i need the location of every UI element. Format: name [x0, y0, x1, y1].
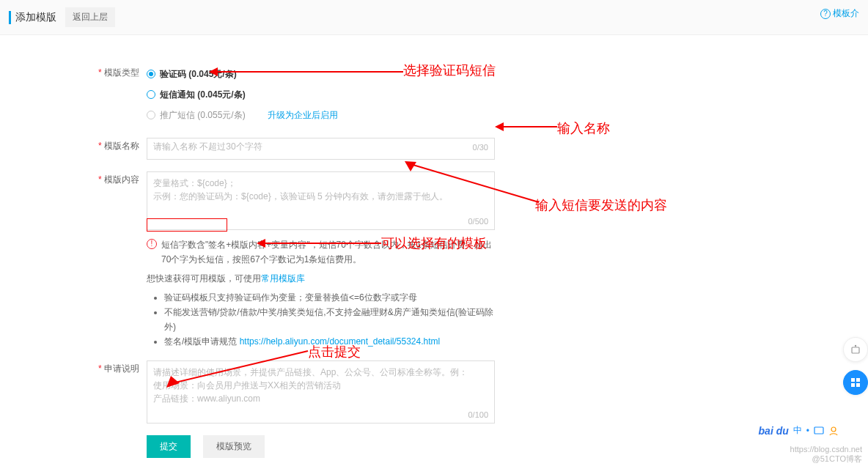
anno-select-verify: 选择验证码短信	[403, 62, 496, 79]
radio-option-notify[interactable]: 短信通知 (0.045元/条)	[147, 85, 674, 104]
float-btn-2[interactable]	[843, 370, 868, 395]
svg-rect-10	[852, 347, 859, 353]
anno-input-content: 输入短信要发送的内容	[535, 196, 667, 214]
anno-input-name: 输入名称	[557, 119, 610, 137]
back-button[interactable]: 返回上层	[65, 7, 115, 27]
page-header: 添加模版 返回上层 ?模板介	[0, 0, 868, 35]
desc-textarea[interactable]: 请描述详细的使用场景，并提供产品链接、App、公众号、公司标准全称等。例： 使用…	[147, 360, 495, 424]
name-input[interactable]	[153, 141, 422, 152]
content-label: 模版内容	[88, 171, 139, 188]
name-input-wrap: 0/30	[147, 138, 495, 160]
anno-submit: 点击提交	[308, 343, 361, 360]
help-link[interactable]: ?模板介	[820, 7, 859, 20]
quick-template-row: 想快速获得可用模版，可使用常用模版库	[147, 271, 495, 286]
content-counter: 0/500	[468, 217, 488, 226]
upgrade-link[interactable]: 升级为企业后启用	[268, 106, 338, 125]
float-btn-1[interactable]	[843, 337, 868, 362]
content-rules: 验证码模板只支持验证码作为变量；变量替换值<=6位数字或字母 不能发送营销/贷款…	[147, 290, 495, 349]
svg-rect-16	[814, 427, 823, 434]
help-icon: ?	[820, 9, 831, 19]
template-lib-link[interactable]: 常用模版库	[261, 273, 305, 284]
name-label: 模版名称	[88, 138, 139, 154]
type-label: 模版类型	[88, 64, 139, 81]
desc-label: 申请说明	[88, 360, 139, 377]
svg-point-11	[855, 345, 856, 347]
radio-icon	[147, 90, 155, 99]
preview-button[interactable]: 模版预览	[203, 435, 265, 458]
radio-icon	[147, 111, 155, 119]
svg-rect-12	[851, 378, 855, 382]
page-title: 添加模版	[9, 11, 56, 24]
anno-template-lib: 可以选择有的模板	[381, 234, 487, 252]
warn-icon: !	[147, 239, 157, 249]
svg-rect-15	[856, 383, 860, 387]
submit-button[interactable]: 提交	[147, 435, 191, 458]
form: 模版类型 验证码 (0.045元/条) 短信通知 (0.045元/条) 推广短信…	[88, 64, 674, 466]
name-counter: 0/30	[473, 143, 488, 152]
svg-rect-14	[851, 383, 855, 387]
radio-icon	[147, 70, 155, 78]
desc-counter: 0/100	[468, 410, 488, 419]
watermark: https://blog.csdn.net @51CTO博客	[790, 445, 862, 465]
svg-marker-5	[405, 161, 416, 171]
svg-rect-13	[856, 378, 860, 382]
svg-point-17	[831, 427, 836, 432]
footer-icons: bai du 中 •	[759, 424, 839, 437]
content-textarea[interactable]: 变量格式：${code}； 示例：您的验证码为：${code}，该验证码 5 分…	[147, 171, 495, 230]
